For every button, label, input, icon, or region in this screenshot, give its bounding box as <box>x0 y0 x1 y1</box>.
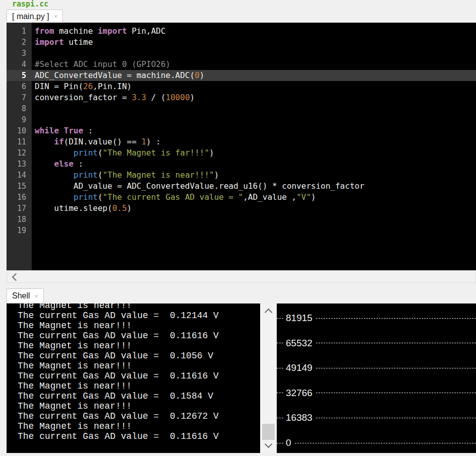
close-icon[interactable]: × <box>54 13 58 20</box>
shell-line: The current Gas AD value = 0.1584 V <box>18 391 260 401</box>
code-line: import utime <box>32 37 476 48</box>
plot-gridline: 32766 <box>277 388 476 399</box>
plot-gridline-label: 16383 <box>283 412 316 423</box>
h-scrollbar[interactable] <box>7 270 476 283</box>
code-editor[interactable]: 12345678910111213141516171819 from machi… <box>7 23 476 270</box>
shell-line: The current Gas AD value = 0.12672 V <box>18 411 260 421</box>
line-number: 8 <box>7 103 32 114</box>
line-number: 18 <box>7 214 32 225</box>
plot-gridline-dash <box>277 368 283 368</box>
scroll-up-icon[interactable] <box>265 309 273 317</box>
plot-gridline-dash <box>277 443 283 443</box>
shell-line: The current Gas AD value = 0.1056 V <box>18 351 260 361</box>
shell-line: The Magnet is near!!! <box>18 401 260 411</box>
code-line: utime.sleep(0.5) <box>32 203 476 214</box>
line-number: 11 <box>7 136 32 147</box>
site-watermark: raspi.cc <box>12 0 48 9</box>
code-line: #Select ADC input 0 (GPIO26) <box>32 59 476 70</box>
line-number: 17 <box>7 203 32 214</box>
code-line: print("The Magnet is far!!!") <box>32 147 476 159</box>
plotter-panel: 81915655324914932766163830 <box>277 303 476 453</box>
editor-gutter: 12345678910111213141516171819 <box>7 23 32 270</box>
line-number: 12 <box>7 147 32 159</box>
shell-line: The Magnet is near!!! <box>18 321 260 331</box>
plot-gridline: 49149 <box>277 362 476 373</box>
line-number: 16 <box>7 192 32 203</box>
line-number: 1 <box>7 26 32 37</box>
line-number: 13 <box>7 159 32 170</box>
plot-gridline-label: 0 <box>283 437 295 448</box>
line-number: 5 <box>7 70 32 81</box>
code-line <box>32 214 476 225</box>
code-line: while True : <box>32 125 476 136</box>
plot-gridline-dash <box>277 318 283 319</box>
code-line: if(DIN.value() == 1) : <box>32 136 476 147</box>
code-line <box>32 103 476 114</box>
plot-gridline-label: 32766 <box>283 388 316 399</box>
shell-line: The Magnet is near!!! <box>18 381 260 391</box>
line-number: 9 <box>7 114 32 125</box>
shell-line: The current Gas AD value = 0.11616 V <box>18 371 260 381</box>
code-line: conversion_factor = 3.3 / (10000) <box>32 92 476 103</box>
line-number: 19 <box>7 225 32 236</box>
plot-gridline-dash <box>316 393 476 393</box>
close-icon[interactable]: × <box>35 293 39 299</box>
shell-line: The Magnet is near!!! <box>18 303 260 311</box>
line-number: 7 <box>7 92 32 103</box>
tab-main-py-label: [ main.py ] <box>12 12 49 21</box>
plot-gridline-dash <box>295 443 476 443</box>
shell-output[interactable]: The Magnet is near!!!The current Gas AD … <box>7 303 260 453</box>
line-number: 3 <box>7 48 32 59</box>
shell-line: The current Gas AD value = 0.12144 V <box>18 311 260 321</box>
code-line <box>32 48 476 59</box>
editor-code[interactable]: from machine import Pin,ADCimport utime#… <box>32 23 476 270</box>
line-number: 2 <box>7 37 32 48</box>
plot-gridline-label: 49149 <box>283 362 316 373</box>
tab-main-py[interactable]: [ main.py ] × <box>7 10 63 23</box>
line-number: 10 <box>7 125 32 136</box>
code-line: from machine import Pin,ADC <box>32 26 476 37</box>
tab-shell[interactable]: Shell × <box>7 288 44 303</box>
code-line: print("The Magnet is near!!!") <box>32 170 476 181</box>
shell-text-area: The Magnet is near!!!The current Gas AD … <box>7 303 260 441</box>
plot-gridline-dash <box>277 418 283 418</box>
code-line <box>32 225 476 236</box>
line-number: 6 <box>7 81 32 92</box>
scroll-down-icon[interactable] <box>265 440 273 448</box>
line-number: 4 <box>7 59 32 70</box>
shell-line: The current Gas AD value = 0.11616 V <box>18 431 260 441</box>
code-line: else : <box>32 159 476 170</box>
code-line <box>32 114 476 125</box>
shell-line: The Magnet is near!!! <box>18 361 260 371</box>
line-number: 15 <box>7 181 32 192</box>
v-scrollbar[interactable] <box>260 303 277 453</box>
code-line: AD_value = ADC_ConvertedValue.read_u16()… <box>32 181 476 192</box>
code-line: DIN = Pin(26,Pin.IN) <box>32 81 476 92</box>
plot-gridline-dash <box>316 418 476 418</box>
code-line: print("The current Gas AD value = ",AD_v… <box>32 192 476 203</box>
plot-gridline: 0 <box>277 437 476 448</box>
plot-gridline-dash <box>316 368 476 368</box>
plot-gridline-dash <box>316 343 476 343</box>
plot-gridline-label: 81915 <box>283 313 316 324</box>
plot-gridline-dash <box>277 343 283 343</box>
plot-gridline: 81915 <box>277 313 476 324</box>
plot-gridline: 16383 <box>277 412 476 423</box>
scrollbar-thumb[interactable] <box>262 424 275 440</box>
tab-shell-label: Shell <box>12 291 30 300</box>
plot-gridline-dash <box>316 318 476 319</box>
plot-gridline: 65532 <box>277 338 476 349</box>
shell-line: The Magnet is near!!! <box>18 421 260 431</box>
shell-line: The Magnet is near!!! <box>18 341 260 351</box>
code-line: ADC_ConvertedValue = machine.ADC(0) <box>32 70 476 81</box>
scroll-left-icon[interactable] <box>12 273 20 281</box>
line-number: 14 <box>7 170 32 181</box>
plot-gridline-label: 65532 <box>283 338 316 349</box>
plot-gridline-dash <box>277 393 283 393</box>
shell-line: The current Gas AD value = 0.11616 V <box>18 331 260 341</box>
